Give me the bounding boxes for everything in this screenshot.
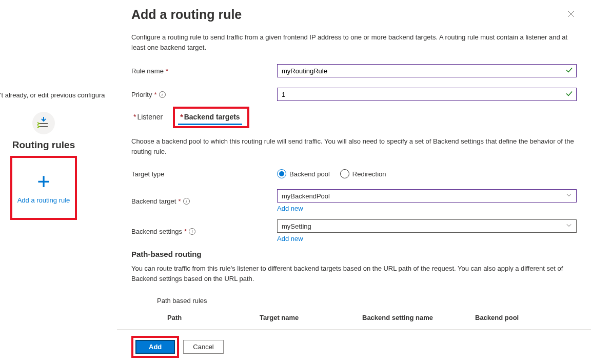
rule-name-input[interactable] [277, 64, 577, 77]
required-asterisk: * [166, 67, 168, 75]
background-partial-text: 't already, or edit previous configura [0, 91, 105, 99]
add-routing-rule-tile[interactable]: + Add a routing rule [10, 156, 77, 220]
add-button-highlight: Add [131, 336, 179, 358]
required-asterisk: * [184, 228, 187, 235]
path-based-routing-description: You can route traffic from this rule's l… [131, 264, 577, 284]
backend-settings-select[interactable]: mySetting [277, 219, 577, 233]
cancel-button[interactable]: Cancel [183, 340, 223, 354]
info-icon[interactable]: i [189, 228, 195, 235]
panel-description: Configure a routing rule to send traffic… [131, 32, 577, 52]
backend-settings-add-new-link[interactable]: Add new [277, 235, 577, 242]
tab-backend-targets[interactable]: * Backend targets [178, 110, 242, 125]
add-routing-rule-panel: Add a routing rule Configure a routing r… [117, 0, 591, 364]
chevron-down-icon [566, 223, 572, 230]
required-asterisk: * [180, 113, 183, 121]
path-based-rules-title: Path based rules [157, 297, 577, 305]
backend-target-label: Backend target [131, 197, 176, 205]
tab-description: Choose a backend pool to which this rout… [131, 136, 577, 156]
priority-input[interactable] [277, 88, 577, 101]
path-based-routing-heading: Path-based routing [131, 250, 577, 258]
radio-redirection-label: Redirection [352, 170, 386, 178]
info-icon[interactable]: i [159, 91, 166, 98]
rule-name-label: Rule name [131, 67, 164, 75]
th-backend-pool: Backend pool [475, 314, 557, 321]
backend-target-select[interactable]: myBackendPool [277, 189, 577, 203]
th-path: Path [157, 314, 260, 321]
radio-backend-pool-label: Backend pool [289, 170, 330, 178]
radio-redirection[interactable]: Redirection [340, 169, 386, 178]
th-target-name: Target name [260, 314, 362, 321]
tab-backend-targets-highlight: * Backend targets [173, 107, 249, 128]
checkmark-icon [565, 90, 573, 99]
th-backend-setting-name: Backend setting name [362, 314, 475, 321]
info-icon[interactable]: i [183, 198, 190, 205]
backend-target-add-new-link[interactable]: Add new [277, 205, 577, 212]
path-rules-table-header: Path Target name Backend setting name Ba… [157, 314, 577, 321]
radio-checked-icon [277, 169, 286, 178]
routing-rules-title: Routing rules [10, 139, 77, 151]
add-routing-rule-label: Add a routing rule [17, 196, 70, 205]
tab-backend-targets-label: Backend targets [184, 113, 240, 121]
chevron-down-icon [566, 192, 572, 200]
backend-settings-label: Backend settings [131, 228, 182, 235]
close-icon[interactable] [565, 7, 577, 22]
target-type-label: Target type [131, 170, 164, 178]
plus-icon: + [37, 170, 50, 193]
radio-backend-pool[interactable]: Backend pool [277, 169, 330, 178]
backend-target-value: myBackendPool [282, 192, 330, 200]
routing-rules-section: Routing rules + Add a routing rule [10, 112, 77, 220]
panel-title: Add a routing rule [131, 7, 242, 22]
priority-label: Priority [131, 91, 152, 98]
tab-listener[interactable]: * Listener [131, 110, 165, 125]
routing-rules-icon [32, 112, 55, 134]
required-asterisk: * [154, 91, 156, 98]
radio-unchecked-icon [340, 169, 349, 178]
backend-settings-value: mySetting [282, 223, 311, 230]
tab-listener-label: Listener [137, 113, 163, 121]
add-button[interactable]: Add [135, 340, 175, 354]
required-asterisk: * [133, 113, 136, 121]
checkmark-icon [565, 67, 573, 75]
required-asterisk: * [178, 197, 181, 205]
